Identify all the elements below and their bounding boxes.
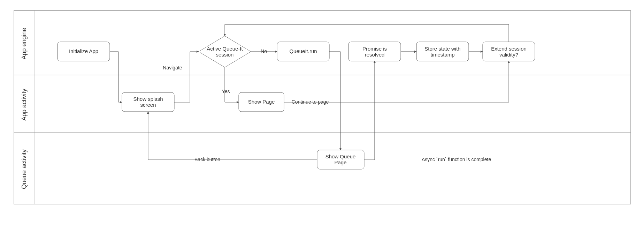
node-show-queue-page: Show Queue Page bbox=[317, 150, 364, 169]
edge-label-yes: Yes bbox=[222, 89, 230, 94]
svg-text:Promise is: Promise is bbox=[362, 46, 387, 52]
node-extend-session: Extend session validity? bbox=[483, 42, 535, 61]
node-show-page: Show Page bbox=[239, 92, 284, 112]
edge-extend-to-decision bbox=[225, 24, 509, 42]
edge-label-back: Back button bbox=[194, 157, 220, 162]
edge-decision-yes bbox=[225, 67, 239, 102]
edge-run-to-queuepage bbox=[329, 52, 340, 150]
edge-splash-to-decision bbox=[174, 52, 199, 102]
svg-text:resolved: resolved bbox=[365, 52, 385, 58]
edge-init-to-splash bbox=[110, 52, 122, 102]
svg-text:Show Page: Show Page bbox=[248, 99, 275, 105]
diagram-outer-frame bbox=[14, 10, 631, 204]
node-queueit-run: QueueIt.run bbox=[277, 42, 329, 61]
lane-label-queue-activity: Queue activity bbox=[21, 149, 28, 189]
svg-text:Store state with: Store state with bbox=[424, 46, 460, 52]
swimlane-diagram: App engine App activity Queue activity I… bbox=[0, 0, 644, 240]
svg-text:validity?: validity? bbox=[499, 52, 518, 58]
node-store-state: Store state with timestamp bbox=[416, 42, 469, 61]
svg-text:Initialize App: Initialize App bbox=[69, 48, 98, 54]
edge-label-no: No bbox=[261, 48, 267, 54]
edge-label-continue: Continue to page bbox=[292, 99, 329, 105]
node-active-queueit-session: Active Queue-It session bbox=[199, 36, 251, 67]
svg-text:Page: Page bbox=[334, 159, 346, 165]
svg-text:Extend session: Extend session bbox=[491, 46, 527, 52]
node-show-splash: Show splash screen bbox=[122, 92, 174, 112]
node-promise-resolved: Promise is resolved bbox=[348, 42, 401, 61]
svg-text:screen: screen bbox=[140, 102, 156, 108]
edge-label-navigate: Navigate bbox=[163, 65, 182, 70]
svg-text:Active Queue-It: Active Queue-It bbox=[207, 46, 243, 52]
svg-text:Show Queue: Show Queue bbox=[325, 153, 356, 159]
svg-text:session: session bbox=[216, 52, 234, 58]
edge-queuepage-to-promise bbox=[364, 61, 375, 160]
edge-label-async: Async `run` function is complete bbox=[422, 157, 491, 162]
svg-text:QueueIt.run: QueueIt.run bbox=[289, 48, 317, 54]
edge-showpage-to-extend bbox=[284, 61, 509, 102]
svg-text:Show splash: Show splash bbox=[133, 96, 163, 102]
edge-queuepage-back bbox=[148, 112, 317, 160]
svg-text:timestamp: timestamp bbox=[430, 52, 454, 58]
lane-label-app-activity: App activity bbox=[21, 89, 28, 121]
node-initialize-app: Initialize App bbox=[58, 42, 110, 61]
lane-label-app-engine: App engine bbox=[21, 28, 28, 59]
